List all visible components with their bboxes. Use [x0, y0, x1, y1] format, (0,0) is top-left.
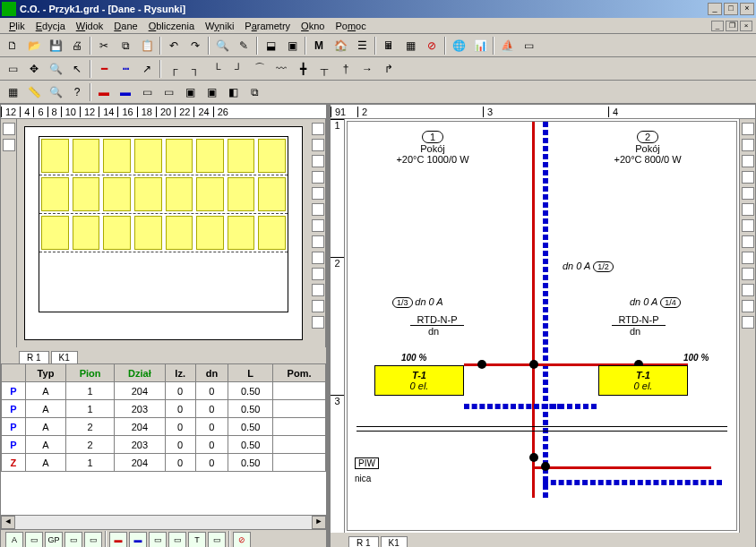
rtab-r1[interactable]: R 1: [348, 536, 379, 547]
redo-icon[interactable]: ↷: [185, 36, 205, 56]
mdi-minimize[interactable]: _: [711, 21, 724, 31]
dvr1[interactable]: [742, 123, 754, 135]
bb3[interactable]: GP: [45, 532, 63, 548]
pointer-icon[interactable]: ↖: [67, 59, 87, 79]
print-icon[interactable]: 🖨: [67, 36, 87, 56]
table-row[interactable]: PA2203000.50: [2, 436, 326, 454]
ruler-icon[interactable]: 📏: [24, 82, 44, 102]
vr12[interactable]: [312, 300, 324, 312]
new-icon[interactable]: 🗋: [3, 36, 22, 56]
dvr8[interactable]: [742, 235, 754, 248]
bb11[interactable]: ▭: [208, 532, 226, 548]
paste-icon[interactable]: 📋: [137, 36, 157, 56]
bb10[interactable]: T: [188, 532, 206, 548]
select-icon[interactable]: ▭: [3, 59, 22, 79]
pair2-icon[interactable]: ▬: [116, 82, 135, 102]
dvr10[interactable]: [742, 268, 754, 280]
wave-icon[interactable]: 〰: [271, 59, 291, 79]
close-button[interactable]: ×: [740, 3, 754, 15]
tab-k1[interactable]: K1: [51, 351, 78, 363]
dvr13[interactable]: [742, 316, 754, 329]
minimize-button[interactable]: _: [708, 3, 722, 15]
arrow-r-icon[interactable]: →: [357, 59, 377, 79]
line-red-icon[interactable]: ━: [94, 59, 114, 79]
dvr12[interactable]: [742, 300, 754, 312]
bb9[interactable]: ▭: [168, 532, 186, 548]
bb12[interactable]: ⊘: [233, 532, 251, 548]
bb8[interactable]: ▭: [149, 532, 167, 548]
dvr3[interactable]: [742, 155, 754, 167]
pipe-supply-v[interactable]: [532, 122, 535, 498]
pair7-icon[interactable]: ◧: [223, 82, 243, 102]
arrow-icon[interactable]: ↗: [137, 59, 157, 79]
junction-icon[interactable]: ╋: [293, 59, 313, 79]
tool-a[interactable]: ⬓: [261, 36, 280, 56]
table-icon[interactable]: ▦: [400, 36, 420, 56]
vr3[interactable]: [312, 155, 324, 167]
elbow2-icon[interactable]: ┐: [185, 59, 205, 79]
elbow3-icon[interactable]: └: [207, 59, 227, 79]
bb7[interactable]: ▬: [129, 532, 147, 548]
zoom-icon[interactable]: 🔍: [212, 36, 232, 56]
pair3-icon[interactable]: ▭: [137, 82, 157, 102]
vr1[interactable]: [312, 123, 324, 135]
menu-okno[interactable]: Okno: [296, 20, 330, 32]
table-row[interactable]: ZA1204000.50: [2, 454, 326, 472]
copy-icon[interactable]: ⧉: [116, 36, 135, 56]
house-icon[interactable]: 🏠: [331, 36, 350, 56]
pair1-icon[interactable]: ▬: [94, 82, 114, 102]
list-icon[interactable]: ☰: [352, 36, 372, 56]
pair8-icon[interactable]: ⧉: [245, 82, 264, 102]
save-icon[interactable]: 💾: [46, 36, 65, 56]
bb1[interactable]: A: [5, 532, 23, 548]
elbow1-icon[interactable]: ┌: [164, 59, 184, 79]
dvr6[interactable]: [742, 203, 754, 216]
vr6[interactable]: [312, 203, 324, 216]
draw-area[interactable]: 123 1 Pokój +20°C 1000/0 W 2 Pokój +20°C…: [331, 119, 755, 533]
zoomfit-icon[interactable]: 🔍: [46, 82, 65, 102]
draw-icon[interactable]: ✎: [234, 36, 253, 56]
dvr5[interactable]: [742, 187, 754, 200]
vr13[interactable]: [312, 316, 324, 329]
maximize-button[interactable]: □: [724, 3, 738, 15]
dvr4[interactable]: [742, 171, 754, 184]
menu-edycja[interactable]: Edycja: [30, 20, 71, 32]
menu-widok[interactable]: Widok: [71, 20, 109, 32]
tool-b[interactable]: ▣: [282, 36, 302, 56]
mdi-restore[interactable]: ❐: [726, 21, 738, 31]
menu-obliczenia[interactable]: Obliczenia: [143, 20, 200, 32]
branch-icon[interactable]: ↱: [379, 59, 399, 79]
pipe-bottom-red[interactable]: [532, 466, 711, 469]
vr7[interactable]: [312, 219, 324, 232]
canvas[interactable]: 1 Pokój +20°C 1000/0 W 2 Pokój +20°C 800…: [347, 121, 737, 531]
pair5-icon[interactable]: ▣: [180, 82, 200, 102]
dvr11[interactable]: [742, 284, 754, 296]
bb4[interactable]: ▭: [64, 532, 82, 548]
stop-icon[interactable]: ⊘: [422, 36, 442, 56]
menu-wyniki[interactable]: Wyniki: [200, 20, 239, 32]
vtool-2[interactable]: [3, 139, 15, 151]
globe-icon[interactable]: 🌐: [449, 36, 468, 56]
vr10[interactable]: [312, 268, 324, 280]
dvr9[interactable]: [742, 252, 754, 264]
cut-icon[interactable]: ✂: [94, 36, 114, 56]
pipe-bottom-blue[interactable]: [543, 480, 722, 485]
mdi-close[interactable]: ×: [740, 21, 752, 31]
calc-icon[interactable]: 🖩: [379, 36, 399, 56]
line-blue-icon[interactable]: ┅: [116, 59, 135, 79]
arc-icon[interactable]: ⌒: [250, 59, 270, 79]
node-mid[interactable]: [529, 360, 538, 369]
bb5[interactable]: ▭: [84, 532, 102, 548]
ship-icon[interactable]: ⛵: [497, 36, 517, 56]
node-bottom1[interactable]: [529, 453, 538, 462]
undo-icon[interactable]: ↶: [164, 36, 184, 56]
bb6[interactable]: ▬: [109, 532, 127, 548]
move-icon[interactable]: ✥: [24, 59, 44, 79]
table-row[interactable]: PA1204000.50: [2, 382, 326, 400]
radiator-2[interactable]: T-10 el.: [598, 365, 688, 396]
chart-icon[interactable]: 📊: [470, 36, 490, 56]
pair6-icon[interactable]: ▣: [202, 82, 221, 102]
rtab-k1[interactable]: K1: [381, 536, 408, 547]
pipe-return-v[interactable]: [543, 122, 548, 498]
table-row[interactable]: PA1203000.50: [2, 400, 326, 418]
